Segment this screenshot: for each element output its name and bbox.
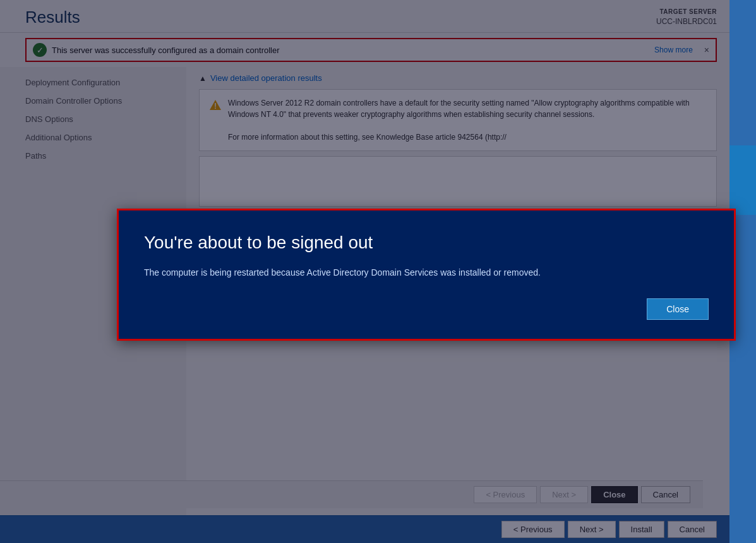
modal-footer: Close [144, 298, 709, 320]
modal-close-button[interactable]: Close [647, 298, 709, 320]
modal-title: You're about to be signed out [144, 233, 709, 253]
modal-body: The computer is being restarted because … [144, 265, 709, 279]
right-edge-blue-accent [729, 145, 756, 215]
signed-out-modal: You're about to be signed out The comput… [117, 209, 736, 341]
